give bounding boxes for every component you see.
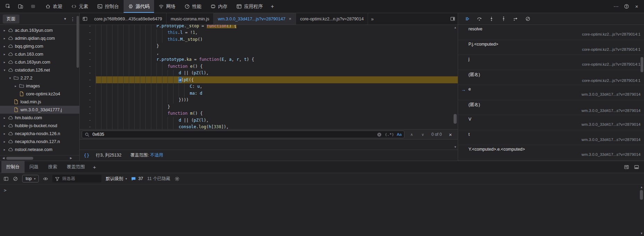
tree-item[interactable]: ▸c.dun.163yun.com	[0, 58, 79, 66]
tree-item[interactable]: ▸bqq.gtimg.com	[0, 42, 79, 50]
scrollbar-thumb[interactable]	[640, 190, 643, 200]
console-output[interactable]: > ▲ ▼	[0, 185, 644, 236]
gutter-marker[interactable]: -	[80, 70, 96, 77]
scroll-left-icon[interactable]: ◀	[1, 157, 6, 160]
tab-welcome[interactable]: 欢迎	[41, 0, 67, 13]
match-case-toggle[interactable]: Aa	[397, 132, 402, 136]
tree-item[interactable]: ▾2.27.2	[0, 74, 79, 82]
gutter-marker[interactable]: -	[80, 97, 96, 104]
gutter-marker[interactable]: -	[80, 83, 96, 90]
chevron-down-icon[interactable]: ▾	[8, 76, 12, 80]
chevron-down-icon[interactable]: ▾	[2, 68, 7, 72]
tab-performance[interactable]: 性能	[180, 0, 206, 13]
scroll-down-icon[interactable]: ▼	[453, 145, 458, 149]
search-input[interactable]	[92, 132, 374, 137]
code-line[interactable]: -function m() {	[80, 110, 458, 117]
console-scrollbar[interactable]: ▲ ▼	[639, 185, 644, 236]
call-stack-frame[interactable]: Y.<computed>.e.<computed>wm.3.0.0_33d417…	[458, 145, 644, 160]
resume-script-icon[interactable]	[462, 15, 473, 23]
tree-item[interactable]: ▸admin.qidian.qq.com	[0, 34, 79, 42]
navigator-horizontal-scrollbar[interactable]: ◀ ▶	[0, 155, 79, 161]
tab-console[interactable]: 控制台	[93, 0, 124, 13]
context-selector[interactable]: top ▾	[22, 175, 39, 182]
chevron-right-icon[interactable]: ▸	[13, 84, 18, 88]
scrollbar-thumb[interactable]	[6, 157, 33, 160]
gutter-marker[interactable]: -	[80, 29, 96, 36]
gutter-marker[interactable]: -	[80, 90, 96, 97]
more-tools-button[interactable]: +	[267, 0, 277, 13]
chevron-right-icon[interactable]: ▸	[2, 140, 7, 143]
add-drawer-tab-icon[interactable]: +	[90, 164, 99, 170]
call-stack-frame[interactable]: (匿名)core-optimi.kz2...js?v=2879014:1	[458, 70, 644, 85]
tree-item[interactable]: ▸ac.dun.163yun.com	[0, 26, 79, 34]
call-stack-frame[interactable]: resolvecore-optimi.kz2...js?v=2879014:1	[458, 25, 644, 40]
gutter-marker[interactable]: -	[80, 110, 96, 117]
chevron-right-icon[interactable]: ▸	[2, 132, 7, 135]
tab-elements[interactable]: 元素	[67, 0, 93, 13]
tree-item[interactable]: wm.3.0.0_33d41777.j	[0, 106, 79, 114]
close-search-icon[interactable]: ×	[447, 132, 454, 138]
gutter-marker[interactable]: -	[80, 43, 96, 50]
close-devtools-icon[interactable]: ×	[632, 2, 642, 11]
gutter-marker[interactable]: -	[80, 117, 96, 124]
step-over-icon[interactable]	[474, 15, 485, 23]
clear-search-icon[interactable]	[377, 132, 382, 137]
find-next-icon[interactable]: ∨	[419, 132, 427, 137]
editor-tab[interactable]: core.js?68fb969...435ca69e8e6479	[90, 13, 167, 25]
close-tab-icon[interactable]: ×	[289, 16, 292, 21]
open-in-panel-icon[interactable]	[447, 15, 458, 23]
console-settings-icon[interactable]	[175, 176, 180, 181]
console-prompt[interactable]: >	[4, 188, 7, 193]
gutter-marker[interactable]: -	[80, 76, 96, 83]
tab-memory[interactable]: 内存	[206, 0, 232, 13]
code-line[interactable]: -P.prototype._stop = function() {	[80, 25, 458, 29]
code-line[interactable]: -,	[80, 49, 458, 56]
call-stack-frame[interactable]: P.j.<computed>core-optimi.kz2...js?v=287…	[458, 40, 644, 55]
gutter-marker[interactable]: -	[80, 25, 96, 29]
call-stack-frame[interactable]: (匿名)wm.3.0.0_33d417...s?v=2879014	[458, 100, 644, 115]
editor-tab[interactable]: music-corona.min.js	[167, 13, 214, 25]
code-line[interactable]: -})))	[80, 97, 458, 104]
pretty-print-icon[interactable]: {}	[84, 153, 90, 158]
more-tabs-icon[interactable]: »	[368, 16, 376, 22]
focus-mode-icon[interactable]	[28, 2, 38, 11]
chevron-right-icon[interactable]: ▸	[2, 29, 7, 32]
live-expression-icon[interactable]	[43, 176, 48, 181]
code-line[interactable]: -this.l = !1,	[80, 29, 458, 36]
scrollbar-thumb[interactable]	[454, 114, 457, 124]
code-line[interactable]: -a(pE({	[80, 76, 458, 83]
navigator-menu-icon[interactable]: ⋮	[69, 16, 77, 22]
pane-tab-page[interactable]: 页面	[3, 15, 19, 23]
deactivate-breakpoints-icon[interactable]	[522, 15, 533, 23]
regex-toggle[interactable]: (.*)	[385, 132, 394, 137]
code-line[interactable]: -this.M._stop()	[80, 36, 458, 43]
debugger-scrollbar[interactable]	[641, 57, 643, 72]
chevron-right-icon[interactable]: ▸	[2, 124, 7, 128]
inspect-element-icon[interactable]	[3, 2, 13, 11]
help-icon[interactable]	[621, 2, 632, 11]
tree-item[interactable]: core-optimi.kz2o4	[0, 90, 79, 98]
tree-item[interactable]: ▸hm.baidu.com	[0, 114, 79, 122]
scroll-up-icon[interactable]: ▲	[639, 186, 644, 189]
code-line[interactable]: -d || (pZ(l),	[80, 70, 458, 77]
drawer-tab-search[interactable]: 搜索	[43, 161, 62, 173]
tree-item[interactable]: ▸nstool.netease.com	[0, 145, 79, 153]
search-input-box[interactable]: (.*) Aa	[82, 131, 404, 138]
expand-drawer-icon[interactable]	[634, 164, 639, 170]
tree-item[interactable]: ▸hubble-js-bucket.nosd	[0, 122, 79, 130]
code-line[interactable]: -C: u,	[80, 83, 458, 90]
code-editor[interactable]: -P.prototype._stop = function() {-this.l…	[80, 25, 458, 150]
toggle-navigator-icon[interactable]	[80, 15, 90, 23]
chevron-right-icon[interactable]: ▸	[2, 53, 7, 56]
tab-application[interactable]: 应用程序	[232, 0, 267, 13]
drawer-tab-coverage[interactable]: 覆盖范围	[62, 161, 90, 173]
call-stack-frame[interactable]: twm.3.0.0_33d417...s?v=2879014	[458, 130, 644, 145]
device-toolbar-icon[interactable]	[15, 2, 26, 11]
tab-network[interactable]: 网络	[154, 0, 180, 13]
code-line[interactable]: -r.prototype.ka = function(E, a, r, t) {	[80, 56, 458, 63]
gutter-marker[interactable]: -	[80, 36, 96, 43]
gutter-marker[interactable]: -	[80, 63, 96, 70]
code-line[interactable]: -}	[80, 43, 458, 50]
step-into-icon[interactable]	[486, 15, 497, 23]
scroll-up-icon[interactable]: ▲	[453, 26, 458, 29]
